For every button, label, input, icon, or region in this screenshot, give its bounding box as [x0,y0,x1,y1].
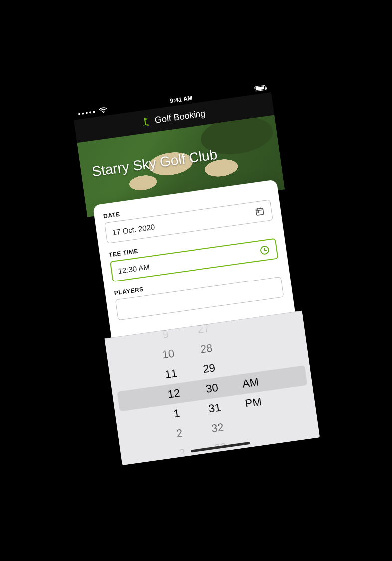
svg-rect-7 [258,211,259,213]
time-picker[interactable]: 9101112123 27282930313233 AMPM [105,311,320,465]
svg-rect-3 [256,208,264,215]
date-value: 17 Oct. 2020 [112,222,155,237]
battery-icon [254,85,266,92]
tee-time-value: 12:30 AM [118,262,150,275]
picker-item[interactable]: 31 [207,397,222,419]
clock-icon [258,244,271,257]
picker-item[interactable]: 32 [210,417,225,439]
picker-item[interactable]: 10 [161,343,176,365]
time-picker-sheet: 9101112123 27282930313233 AMPM [104,311,320,465]
picker-item[interactable]: 11 [164,363,179,385]
picker-item[interactable]: 12 [166,383,181,405]
golf-flag-icon [142,116,151,126]
picker-item[interactable]: 30 [205,378,220,399]
club-name: Starry Sky Golf Club [91,146,218,180]
picker-item[interactable]: 28 [199,338,214,360]
calendar-icon [254,205,266,218]
picker-item[interactable]: AM [241,372,260,394]
signal-dots-icon: ●●●●● [78,109,97,116]
svg-point-0 [103,112,104,113]
picker-item[interactable]: 3 [178,443,187,459]
svg-point-2 [144,124,149,126]
picker-item[interactable]: 27 [196,322,211,340]
picker-item[interactable]: 2 [175,423,184,444]
svg-line-4 [256,210,263,211]
picker-item[interactable]: 1 [172,403,181,424]
picker-item[interactable]: 29 [202,358,217,379]
wifi-icon [99,106,108,115]
nav-title: Golf Booking [154,108,206,125]
status-time: 9:41 AM [169,94,193,104]
phone-frame: ●●●●● 9:41 AM Golf Booking [72,81,320,465]
svg-line-10 [265,250,267,251]
picker-item[interactable]: PM [244,392,263,414]
picker-item[interactable]: 9 [161,328,170,345]
